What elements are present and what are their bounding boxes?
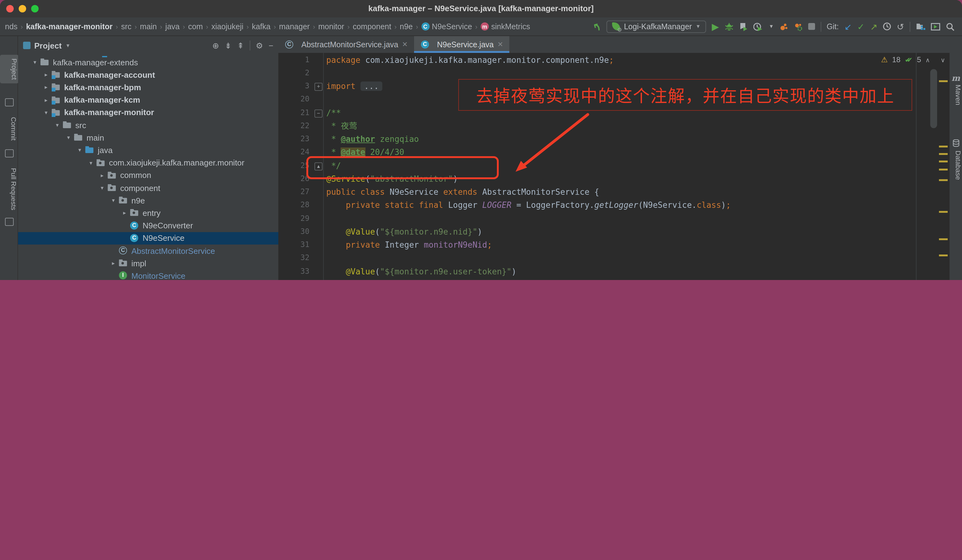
code-line-1[interactable]: package com.xiaojukeji.kafka.manager.mon… [326,53,934,67]
breadcrumb-item-kafka-manager-monitor[interactable]: kafka-manager-monitor [26,22,113,31]
breadcrumb-item-monitor[interactable]: monitor [318,22,344,31]
code-line-27[interactable]: public class N9eService extends Abstract… [326,185,934,199]
tool-window-commit[interactable]: Commit [0,117,18,141]
chevron-right-icon[interactable]: ▸ [41,84,51,90]
code-line-28[interactable]: private static final Logger LOGGER = Log… [326,199,934,212]
breadcrumb-item-main[interactable]: main [140,22,157,31]
code-line-30[interactable]: @Value("${monitor.n9e.nid}") [326,225,934,239]
breadcrumb-item-sinkMetrics[interactable]: msinkMetrics [481,22,530,31]
chevron-down-icon[interactable]: ▾ [86,159,96,166]
chevron-down-icon[interactable]: ▾ [63,135,73,141]
tab-AbstractMonitorService.java[interactable]: CAbstractMonitorService.java✕ [278,36,414,53]
database-icon[interactable] [953,139,959,147]
gutter-line-24[interactable]: 24 [278,146,310,159]
hide-panel-icon[interactable]: − [269,41,273,50]
gutter-line-26[interactable]: 26 [278,172,310,186]
tool-window-database[interactable]: Database [949,151,962,180]
close-tab-icon[interactable]: ✕ [497,40,503,48]
breadcrumb-item-component[interactable]: component [353,22,391,31]
code-line-31[interactable]: private Integer monitorN9eNid; [326,238,934,252]
project-panel-title[interactable]: Project [34,41,61,50]
tree-row-kafka-manager-bpm[interactable]: ▸kafka-manager-bpm [18,81,278,93]
gutter-line-2[interactable]: 2 [278,67,310,80]
run-anything-icon[interactable] [931,23,940,30]
tree-row-common[interactable]: ▸common [18,169,278,182]
chevron-down-icon[interactable]: ▼ [769,22,774,31]
run-configuration-select[interactable]: Logi-KafkaManager ▼ [607,20,706,33]
tool-window-pull-requests[interactable]: Pull Requests [0,168,18,210]
tool-window-maven[interactable]: Maven [949,85,962,105]
tab-N9eService.java[interactable]: CN9eService.java✕ [414,36,509,53]
chevron-down-icon[interactable]: ▾ [108,198,118,204]
gutter-line-22[interactable]: 22 [278,119,310,133]
chevron-right-icon[interactable]: ▸ [41,72,51,78]
fold-marker-plus[interactable]: + [315,83,323,91]
gutter-line-34[interactable]: 34 [278,278,310,280]
gutter-line-23[interactable]: 23 [278,132,310,146]
editor-gutter[interactable]: 1232021222324252627282930313233343536373… [278,53,310,280]
project-structure-icon[interactable] [916,23,925,31]
tree-row-src[interactable]: ▾src [18,119,278,131]
maven-icon[interactable]: m [949,73,962,83]
tree-row-com.xiaojukeji.kafka.manager.monitor[interactable]: ▾com.xiaojukeji.kafka.manager.monitor [18,156,278,169]
breadcrumb-item-com[interactable]: com [188,22,203,31]
tree-row-n9e[interactable]: ▾n9e [18,194,278,207]
profile-button[interactable] [753,22,763,31]
gutter-line-1[interactable]: 1 [278,53,310,67]
profiler-flame-icon[interactable] [779,22,788,31]
profiler-gear-icon[interactable] [794,22,802,31]
settings-gear-icon[interactable]: ⚙ [256,41,263,50]
tree-row-main[interactable]: ▾main [18,131,278,144]
collapse-all-icon[interactable]: ⇞ [237,41,244,50]
tree-row-MonitorService[interactable]: IMonitorService [18,270,278,280]
breadcrumb-item-kafka[interactable]: kafka [252,22,271,31]
chevron-down-icon[interactable]: ▾ [52,122,62,128]
tree-row-impl[interactable]: ▸impl [18,257,278,269]
prev-problem-icon[interactable]: ∧ [926,56,930,63]
code-line-2[interactable] [326,67,934,80]
tree-row-entry[interactable]: ▸entry [18,207,278,219]
bookmarks-icon[interactable] [5,98,14,106]
breadcrumb-item-src[interactable]: src [121,22,131,31]
tree-row-kafka-manager-extends[interactable]: ▾kafka-manager-extends [18,56,278,68]
chevron-right-icon[interactable]: ▸ [108,261,118,267]
breadcrumb-item-n9e[interactable]: n9e [400,22,413,31]
gutter-line-25[interactable]: 25 [278,159,310,172]
inspections-widget[interactable]: ⚠ 18 ✔✔ 5 ∧ ∨ [881,55,945,64]
chevron-right-icon[interactable]: ▸ [97,172,107,179]
pull-request-icon[interactable] [5,218,14,226]
gutter-line-28[interactable]: 28 [278,199,310,212]
breadcrumb-item-manager[interactable]: manager [279,22,310,31]
tree-row-kafka-manager-monitor[interactable]: ▾kafka-manager-monitor [18,106,278,119]
tree-row-N9eService[interactable]: CN9eService [18,232,278,245]
gutter-line-30[interactable]: 30 [278,225,310,239]
tree-row-kafka-manager-kcm[interactable]: ▸kafka-manager-kcm [18,93,278,106]
gutter-line-21[interactable]: 21 [278,106,310,119]
expand-all-icon[interactable]: ⇟ [225,41,232,50]
run-button[interactable]: ▶ [712,22,719,31]
code-line-34[interactable]: private String monitorN9eUserToken; [326,278,934,280]
chevron-down-icon[interactable]: ▾ [30,59,40,65]
undo-icon[interactable]: ↺ [897,22,904,31]
chevron-down-icon[interactable]: ▾ [97,185,107,191]
editor-scrollbar[interactable] [930,69,937,128]
chevron-down-icon[interactable]: ▾ [41,109,51,116]
gutter-line-20[interactable]: 20 [278,93,310,106]
gutter-line-29[interactable]: 29 [278,212,310,225]
tree-row-java[interactable]: ▾java [18,144,278,156]
run-with-coverage-button[interactable] [739,22,747,31]
breadcrumb-item-java[interactable]: java [165,22,180,31]
tool-window-project[interactable]: Project [0,55,19,84]
chevron-down-icon[interactable]: ▼ [65,43,70,48]
git-push-icon[interactable]: ↗ [870,22,877,31]
breadcrumb-item-nds[interactable]: nds [5,22,18,31]
git-update-icon[interactable]: ↙ [844,22,851,31]
code-line-23[interactable]: * @author zengqiao [326,132,934,146]
git-commit-check-icon[interactable]: ✓ [857,22,865,31]
tree-row-AbstractMonitorService[interactable]: CAbstractMonitorService [18,245,278,257]
debug-button[interactable] [725,22,733,31]
locate-file-icon[interactable]: ⊕ [212,41,219,50]
stop-button[interactable] [808,23,815,30]
gutter-line-31[interactable]: 31 [278,238,310,252]
build-arrow-icon[interactable] [592,22,601,31]
